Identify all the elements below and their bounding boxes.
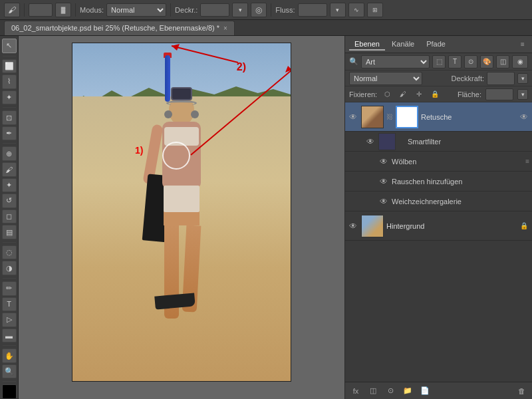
create-layer-button[interactable]: 📄: [418, 384, 432, 398]
layer-item-woelben[interactable]: 👁 Wölben ≡: [345, 152, 532, 172]
brush-tool[interactable]: 🖌: [2, 162, 17, 177]
blur-tool[interactable]: ◌: [2, 245, 17, 260]
layer-item-rauschen[interactable]: 👁 Rauschen hinzufügen: [345, 172, 532, 192]
lock-all[interactable]: 🔒: [429, 88, 441, 100]
gradient-tool[interactable]: ▤: [2, 225, 17, 239]
tool-sep-7: [3, 381, 16, 382]
panel-menu-button[interactable]: ≡: [517, 39, 528, 50]
eraser-tool[interactable]: ◻: [2, 209, 17, 224]
eyedropper-tool[interactable]: ✒: [2, 126, 17, 141]
tab-close-button[interactable]: ×: [223, 25, 227, 32]
lasso-tool[interactable]: ⌇: [2, 74, 17, 89]
layer-item-smartfilter[interactable]: 👁 Smartfilter: [345, 132, 532, 152]
create-group-button[interactable]: 📁: [401, 384, 414, 398]
snorkel-mask: [171, 87, 192, 100]
fixieren-label: Fixieren:: [349, 90, 377, 98]
layer-visibility-hintergrund[interactable]: 👁: [348, 221, 358, 231]
opacity-input[interactable]: 100%: [487, 72, 515, 85]
layer-thumb-hintergrund: [361, 215, 384, 237]
tool-sep-1: [3, 56, 16, 57]
headphone-right: [191, 110, 199, 118]
filter-icon-3[interactable]: ⊙: [464, 55, 477, 68]
flaeche-input[interactable]: 100%: [485, 88, 513, 100]
brush-preset-icon[interactable]: ▓: [55, 3, 71, 17]
lock-image-pixels[interactable]: 🖌: [397, 88, 409, 100]
foreground-color[interactable]: [2, 384, 17, 399]
tab-kanaele[interactable]: Kanäle: [386, 39, 420, 51]
marquee-tool[interactable]: ⬜: [2, 59, 17, 74]
fluss-input[interactable]: 100%: [298, 3, 327, 17]
layer-visibility-smartfilter[interactable]: 👁: [365, 136, 376, 147]
top-toolbar: 🖌 509 ▓ Modus: Normal Deckr.: 46% ▾ ◎ Fl…: [0, 0, 532, 20]
toolbar-separator-3: [170, 3, 171, 17]
photo-background: 1): [72, 43, 291, 381]
tool-sep-3: [3, 143, 16, 144]
filter-icon-4[interactable]: 🎨: [480, 55, 493, 68]
pen-tool[interactable]: ✏: [2, 281, 17, 296]
layer-name-weichzeichner: Weichzeichnergalerie: [392, 198, 529, 205]
filter-icon-1[interactable]: ⬚: [432, 55, 446, 68]
fluss-dropdown-icon[interactable]: ▾: [330, 3, 346, 17]
canvas-area[interactable]: 1) 2): [19, 36, 344, 399]
headphones: [166, 100, 197, 106]
tab-pfade[interactable]: Pfade: [421, 39, 451, 51]
add-mask-button[interactable]: ◫: [366, 384, 380, 398]
fx-button[interactable]: fx: [349, 384, 362, 398]
deckr-label: Deckr.:: [175, 6, 198, 14]
crop-tool[interactable]: ⊡: [2, 110, 17, 125]
brush-tool-icon[interactable]: 🖌: [4, 3, 20, 17]
shape-tool[interactable]: ▬: [2, 329, 17, 343]
layer-chain-retusche[interactable]: ⛓: [386, 113, 393, 120]
bikini-bottom: [164, 186, 200, 212]
lock-position[interactable]: ✛: [413, 88, 425, 100]
brush-size-input[interactable]: 509: [29, 3, 53, 17]
quick-select-tool[interactable]: ✦: [2, 90, 17, 105]
smoothing-icon[interactable]: ∿: [348, 3, 364, 17]
right-panels: Ebenen Kanäle Pfade ≡ 🔍 Art ⬚ T ⊙ 🎨 ◫ ◉ …: [344, 36, 532, 399]
layers-list[interactable]: 👁 ⛓ Retusche 👁 👁 Smartfilter 👁 Wölben: [345, 102, 532, 382]
opacity-dropdown[interactable]: ▾: [517, 73, 528, 84]
document-tab[interactable]: 06_02_smartobjekte.psd bei 25% (Retusche…: [4, 21, 235, 35]
left-tools-panel: ↖ ⬜ ⌇ ✦ ⊡ ✒ ⊕ 🖌 ✦ ↺ ◻ ▤ ◌ ◑ ✏ T ▷ ▬ ✋ 🔍: [0, 36, 19, 399]
layer-visibility-retusche[interactable]: 👁: [348, 112, 358, 122]
layer-item-retusche[interactable]: 👁 ⛓ Retusche 👁: [345, 102, 532, 132]
layer-item-hintergrund[interactable]: 👁 Hintergrund 🔒: [345, 211, 532, 241]
filter-type-select[interactable]: Art: [361, 55, 430, 68]
modus-select[interactable]: Normal: [106, 3, 166, 17]
lock-transparent-pixels[interactable]: ⬡: [381, 88, 393, 100]
clone-stamp-tool[interactable]: ✦: [2, 178, 17, 193]
main-area: ↖ ⬜ ⌇ ✦ ⊡ ✒ ⊕ 🖌 ✦ ↺ ◻ ▤ ◌ ◑ ✏ T ▷ ▬ ✋ 🔍: [0, 36, 532, 399]
zoom-tool[interactable]: 🔍: [2, 364, 17, 379]
airbrush-icon[interactable]: ◎: [251, 3, 267, 17]
layer-name-rauschen: Rauschen hinzufügen: [392, 178, 529, 186]
tab-ebenen[interactable]: Ebenen: [349, 39, 385, 51]
dodge-tool[interactable]: ◑: [2, 261, 17, 275]
filter-row: 🔍 Art ⬚ T ⊙ 🎨 ◫ ◉: [345, 53, 532, 70]
fluss-label: Fluss:: [275, 6, 295, 14]
deckr-input[interactable]: 46%: [200, 3, 229, 17]
photo-canvas: 1): [72, 43, 291, 382]
layer-visibility-rauschen[interactable]: 👁: [378, 176, 389, 187]
filter-icon-2[interactable]: T: [448, 55, 462, 68]
add-adjustment-button[interactable]: ⊙: [384, 384, 397, 398]
move-tool[interactable]: ↖: [2, 39, 17, 53]
layer-visibility-weichzeichner[interactable]: 👁: [378, 196, 389, 207]
delete-layer-button[interactable]: 🗑: [515, 384, 528, 398]
extra-icon[interactable]: ⊞: [367, 3, 383, 17]
history-brush-tool[interactable]: ↺: [2, 194, 17, 208]
deckr-dropdown-icon[interactable]: ▾: [232, 3, 248, 17]
flaeche-label: Fläche:: [458, 90, 481, 98]
layer-visibility-woelben[interactable]: 👁: [378, 156, 389, 167]
text-tool[interactable]: T: [2, 297, 17, 312]
filter-toggle[interactable]: ◉: [512, 55, 528, 68]
filter-icon-5[interactable]: ◫: [496, 55, 509, 68]
blend-mode-select[interactable]: Normal: [349, 72, 422, 85]
layer-item-weichzeichner[interactable]: 👁 Weichzeichnergalerie: [345, 192, 532, 211]
toolbar-separator-1: [24, 3, 25, 17]
flaeche-dropdown[interactable]: ▾: [517, 89, 528, 100]
healing-brush-tool[interactable]: ⊕: [2, 146, 17, 161]
hand-tool[interactable]: ✋: [2, 348, 17, 363]
toolbar-separator-2: [75, 3, 76, 17]
path-select-tool[interactable]: ▷: [2, 313, 17, 327]
layer-right-eye-retusche[interactable]: 👁: [519, 112, 529, 122]
